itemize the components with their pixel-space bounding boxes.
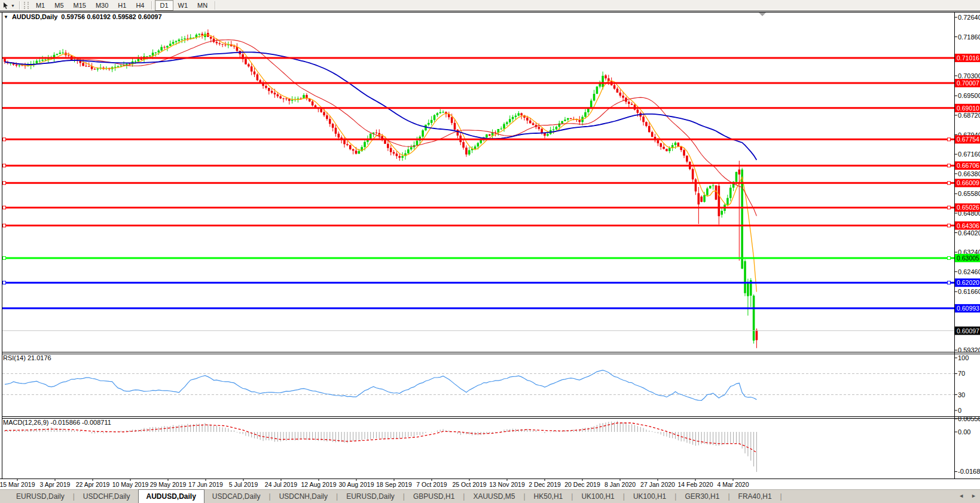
- candle-body: [114, 67, 117, 68]
- candle-body: [645, 122, 648, 126]
- timeframe-mn-button[interactable]: MN: [193, 0, 212, 11]
- tab-xauusd-m5[interactable]: XAUUSD,M5: [465, 490, 523, 503]
- candle-body: [436, 113, 439, 115]
- price-tick-label: 0.69500: [958, 92, 980, 99]
- level-handle[interactable]: [3, 224, 6, 227]
- candle-body: [692, 169, 694, 179]
- candle-body: [431, 120, 433, 123]
- candle-body: [683, 150, 685, 155]
- candle-body: [712, 185, 715, 186]
- candle-body: [97, 69, 99, 69]
- cursor-icon: [2, 2, 10, 10]
- candle-body: [117, 66, 120, 67]
- tab-hk50-h1[interactable]: HK50,H1: [526, 490, 571, 503]
- timeframe-w1-button[interactable]: W1: [173, 0, 193, 11]
- level-handle[interactable]: [948, 281, 951, 284]
- tab-fra40-h1[interactable]: FRA40,H1: [731, 490, 780, 503]
- candle-body: [265, 86, 267, 88]
- candle-body: [396, 154, 398, 156]
- one-click-collapse-icon[interactable]: ▼: [4, 14, 8, 20]
- timeframe-h1-button[interactable]: H1: [113, 0, 131, 11]
- timeframe-d1-button[interactable]: D1: [155, 0, 173, 11]
- tab-usdcnh-daily[interactable]: USDCNH,Daily: [271, 490, 335, 503]
- candle-body: [428, 123, 430, 125]
- tab-ger30-h1[interactable]: GER30,H1: [677, 490, 727, 503]
- candle-body: [584, 112, 587, 117]
- candle-body: [564, 119, 566, 121]
- date-label: 22 Apr 2019: [76, 481, 110, 488]
- candle-body: [184, 38, 186, 39]
- level-handle[interactable]: [3, 256, 6, 259]
- crosshair-tool-button[interactable]: ▼: [0, 1, 17, 10]
- candle-body: [709, 186, 712, 189]
- tab-eurusd-daily[interactable]: EURUSD,Daily: [8, 490, 72, 503]
- price-tick-label: 0.71860: [958, 33, 980, 41]
- candle-body: [518, 114, 520, 116]
- level-handle[interactable]: [3, 281, 6, 284]
- level-price-label: 0.67754: [957, 136, 979, 143]
- level-handle[interactable]: [948, 256, 951, 259]
- level-handle[interactable]: [948, 206, 951, 209]
- candle-body: [297, 99, 300, 99]
- candle-body: [163, 47, 166, 48]
- tab-gbpusd-h1[interactable]: GBPUSD,H1: [405, 490, 462, 503]
- tab-eurusd-daily-2[interactable]: EURUSD,Daily: [338, 490, 402, 503]
- candle-body: [631, 104, 633, 105]
- level-price-label: 0.69010: [957, 105, 979, 112]
- tab-scroll-right-icon[interactable]: ►: [971, 493, 976, 499]
- tab-uk100-h1-2[interactable]: UK100,H1: [625, 490, 674, 503]
- candle-body: [538, 127, 541, 129]
- rsi-indicator-label: RSI(14) 21.0176: [3, 354, 51, 361]
- candle-body: [457, 130, 459, 136]
- tab-scroll-left-icon[interactable]: ◄: [958, 493, 964, 499]
- level-handle[interactable]: [3, 138, 6, 141]
- candle-body: [332, 124, 334, 128]
- candle-body: [648, 126, 651, 132]
- candle-body: [729, 188, 732, 198]
- tab-uk100-h1[interactable]: UK100,H1: [573, 490, 622, 503]
- tab-audusd-daily[interactable]: AUDUSD,Daily: [138, 489, 204, 503]
- toolbar-grip[interactable]: [24, 2, 29, 9]
- candle-body: [700, 197, 703, 202]
- candle-body: [56, 54, 59, 55]
- candle-body: [126, 64, 128, 65]
- date-label: 17 Jun 2019: [188, 481, 223, 488]
- timeframe-m5-button[interactable]: M5: [50, 0, 68, 11]
- timeframe-h4-button[interactable]: H4: [131, 0, 149, 11]
- tab-separator: |: [780, 490, 783, 503]
- candle-body: [85, 66, 87, 66]
- timeframe-m15-button[interactable]: M15: [69, 0, 91, 11]
- level-handle[interactable]: [948, 224, 951, 227]
- level-handle[interactable]: [3, 164, 6, 167]
- chart-symbol-label: AUDUSD,Daily: [12, 13, 57, 20]
- candle-body: [346, 144, 349, 145]
- date-label: 27 Jan 2020: [640, 481, 675, 488]
- candle-body: [454, 123, 456, 130]
- level-handle[interactable]: [948, 182, 951, 185]
- toolbar-separator: [151, 1, 152, 10]
- candle-body: [642, 116, 645, 122]
- tab-usdcad-daily[interactable]: USDCAD,Daily: [204, 490, 268, 503]
- candle-body: [477, 143, 480, 146]
- level-handle[interactable]: [948, 138, 951, 141]
- candle-body: [628, 102, 630, 104]
- candle-body: [494, 132, 497, 133]
- tab-usdchf-daily[interactable]: USDCHF,Daily: [75, 490, 138, 503]
- candle-body: [422, 130, 424, 137]
- timeframe-m30-button[interactable]: M30: [91, 0, 113, 11]
- timeframe-m1-button[interactable]: M1: [31, 0, 50, 11]
- level-handle[interactable]: [948, 164, 951, 167]
- candle-body: [637, 109, 639, 112]
- date-label: 18 Sep 2019: [376, 481, 412, 488]
- candle-body: [416, 141, 419, 145]
- level-price-label: 0.66009: [957, 179, 979, 186]
- level-handle[interactable]: [3, 182, 6, 185]
- toolbar-separator: [215, 1, 216, 10]
- candle-body: [79, 61, 81, 63]
- candle-body: [384, 140, 386, 143]
- level-handle[interactable]: [3, 206, 6, 209]
- candle-body: [274, 93, 276, 94]
- candle-body: [695, 179, 697, 191]
- candle-body: [520, 114, 523, 115]
- chart-canvas[interactable]: 0.726400.718600.703000.695000.687200.679…: [0, 11, 980, 489]
